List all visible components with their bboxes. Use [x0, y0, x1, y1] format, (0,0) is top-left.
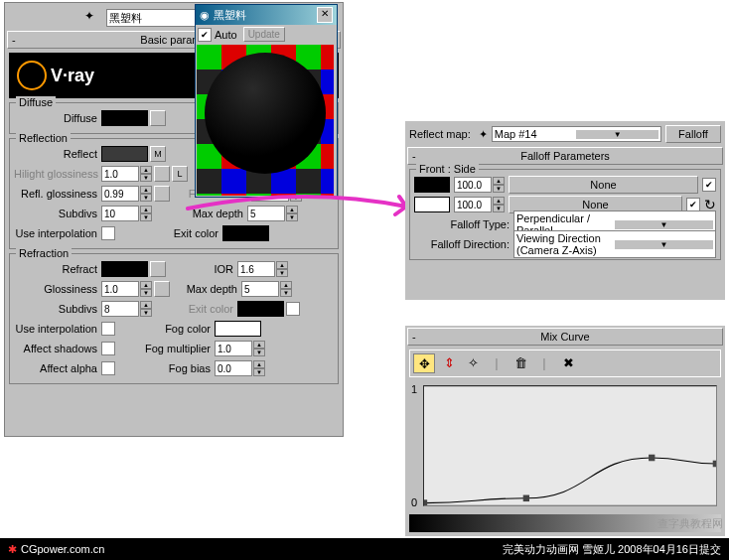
fog-bias-spinner[interactable]: ▲▼	[215, 360, 265, 376]
reflect-map-label: Reflect map:	[409, 128, 475, 140]
refl-gloss-map-button[interactable]	[154, 186, 170, 202]
delete-icon[interactable]: 🗑	[510, 353, 530, 371]
glossiness-label: Glossiness	[14, 283, 101, 295]
mix-curve-editor[interactable]	[423, 385, 717, 506]
affect-alpha-checkbox[interactable]	[101, 361, 115, 375]
refract-label: Refract	[14, 263, 101, 275]
r-subdivs-spinner[interactable]: ▲▼	[101, 301, 152, 317]
axis-label-1: 1	[411, 383, 417, 395]
affect-shadows-checkbox[interactable]	[101, 342, 115, 355]
glossiness-spinner[interactable]: ▲▼	[101, 281, 152, 297]
falloff-dir-dropdown[interactable]: Viewing Direction (Camera Z-Axis)▼	[513, 230, 716, 258]
fog-color-swatch[interactable]	[215, 321, 261, 337]
reset-icon[interactable]: ✖	[558, 353, 578, 371]
refl-gloss-label: Refl. glossiness	[14, 188, 101, 200]
fog-color-label: Fog color	[115, 323, 215, 335]
r-max-depth-label: Max depth	[170, 283, 241, 295]
subdivs-spinner[interactable]: ▲▼	[101, 206, 152, 221]
front-color-swatch[interactable]	[414, 177, 450, 193]
material-sphere	[205, 53, 326, 174]
minus-icon: -	[412, 331, 416, 343]
reflect-swatch[interactable]	[101, 146, 148, 162]
max-depth-label: Max depth	[152, 208, 247, 219]
reflect-map-button[interactable]: M	[150, 146, 166, 162]
hilight-gloss-spinner[interactable]: ▲▼	[101, 166, 152, 182]
curve-toolbar: ✥ ⇕ ✧ | 🗑 | ✖	[409, 350, 721, 377]
svg-rect-3	[424, 499, 427, 505]
falloff-type-button[interactable]: Falloff	[665, 125, 721, 143]
rollout-mix-curve[interactable]: - Mix Curve	[407, 328, 723, 346]
r-exit-color-label: Exit color	[152, 303, 237, 315]
exit-color-swatch[interactable]	[222, 225, 269, 241]
scale-icon[interactable]: ⇕	[439, 353, 459, 371]
r-subdivs-label: Subdivs	[14, 303, 101, 315]
chevron-down-icon: ▼	[615, 240, 713, 249]
use-interp-checkbox[interactable]	[101, 226, 115, 240]
footer-bar: ✱ CGpower.com.cn 完美动力动画网 雪姬儿 2008年04月16日…	[0, 538, 729, 560]
site-label: CGpower.com.cn	[21, 543, 104, 555]
preview-app-icon: ◉	[200, 9, 210, 22]
auto-label: Auto	[215, 29, 237, 41]
affect-alpha-label: Affect alpha	[14, 362, 101, 374]
chevron-down-icon: ▼	[576, 130, 658, 139]
falloff-dir-label: Falloff Direction:	[414, 238, 513, 250]
max-depth-spinner[interactable]: ▲▼	[247, 206, 298, 221]
refract-map-button[interactable]	[150, 261, 166, 277]
chevron-down-icon: ▼	[615, 220, 713, 229]
diffuse-label: Diffuse	[14, 112, 101, 124]
glossiness-map-button[interactable]	[154, 281, 170, 297]
add-point-icon[interactable]: ✧	[463, 353, 483, 371]
use-interp-label: Use interpolation	[14, 227, 101, 239]
close-icon[interactable]: ✕	[317, 7, 333, 23]
exit-color-label: Exit color	[115, 227, 222, 239]
fog-mult-label: Fog multiplier	[115, 343, 215, 354]
diffuse-map-button[interactable]	[150, 110, 166, 126]
update-button[interactable]: Update	[243, 27, 285, 42]
side-amount-spinner[interactable]: ▲▼	[454, 197, 505, 212]
affect-shadows-label: Affect shadows	[14, 343, 101, 354]
minus-icon: -	[12, 34, 16, 46]
hilight-gloss-label: Hilight glossiness	[14, 168, 101, 180]
material-name-input[interactable]	[106, 9, 202, 27]
r-use-interp-checkbox[interactable]	[101, 322, 115, 336]
front-side-group: Front : Side ▲▼ None ✔ ▲▼ None ✔ ↻ Fallo…	[409, 169, 721, 260]
refract-swatch[interactable]	[101, 261, 148, 277]
svg-rect-4	[523, 495, 529, 502]
preview-titlebar[interactable]: ◉ 黑塑料 ✕	[196, 5, 337, 25]
front-map-button[interactable]: None	[509, 176, 698, 194]
auto-checkbox[interactable]: ✔	[198, 28, 212, 42]
r-exit-color-swatch[interactable]	[237, 301, 284, 317]
r-exit-color-checkbox[interactable]	[286, 302, 300, 316]
move-icon[interactable]: ✥	[413, 353, 435, 373]
preview-title-text: 黑塑料	[214, 8, 246, 23]
refraction-group: Refraction Refract IOR ▲▼ Glossiness ▲▼ …	[9, 253, 339, 384]
reflect-label: Reflect	[14, 148, 101, 160]
r-use-interp-label: Use interpolation	[14, 323, 101, 335]
ior-label: IOR	[166, 263, 237, 275]
front-amount-spinner[interactable]: ▲▼	[454, 177, 505, 193]
subdivs-label: Subdivs	[14, 208, 101, 219]
tool-icon[interactable]: ✦	[84, 9, 94, 23]
falloff-type-label: Falloff Type:	[414, 218, 513, 230]
side-color-swatch[interactable]	[414, 197, 450, 212]
ior-spinner[interactable]: ▲▼	[237, 261, 288, 277]
diffuse-swatch[interactable]	[101, 110, 148, 126]
fog-mult-spinner[interactable]: ▲▼	[215, 341, 265, 356]
watermark: 查字典教程网	[657, 516, 723, 531]
svg-rect-6	[713, 461, 716, 468]
preview-viewport	[197, 45, 334, 196]
minus-icon: -	[412, 150, 416, 162]
credit-label: 完美动力动画网 雪姬儿 2008年04月16日提交	[503, 542, 721, 557]
map-dropdown[interactable]: Map #14▼	[492, 126, 661, 142]
fog-bias-label: Fog bias	[115, 362, 215, 374]
front-enable-checkbox[interactable]: ✔	[702, 178, 716, 192]
star-icon: ✱	[8, 543, 17, 556]
hilight-lock-button[interactable]: L	[172, 166, 188, 182]
svg-rect-5	[649, 455, 655, 462]
refl-gloss-spinner[interactable]: ▲▼	[101, 186, 152, 202]
r-max-depth-spinner[interactable]: ▲▼	[241, 281, 292, 297]
hilight-map-button[interactable]	[154, 166, 170, 182]
wand-icon[interactable]: ✦	[479, 128, 488, 141]
side-enable-checkbox[interactable]: ✔	[686, 198, 700, 211]
svg-rect-0	[424, 386, 716, 505]
